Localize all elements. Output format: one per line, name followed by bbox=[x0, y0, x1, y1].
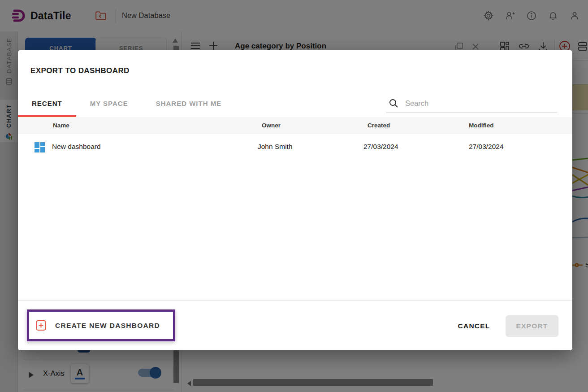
row-created: 27/03/2024 bbox=[363, 143, 398, 151]
tab-my-space[interactable]: MY SPACE bbox=[76, 91, 142, 117]
column-header-name: Name bbox=[53, 122, 69, 129]
search-box bbox=[386, 95, 557, 113]
modal-tabs: RECENT MY SPACE SHARED WITH ME bbox=[18, 91, 235, 117]
table-header: Name Owner Created Modified bbox=[18, 117, 572, 134]
search-icon bbox=[388, 98, 399, 109]
column-header-modified: Modified bbox=[469, 122, 494, 129]
column-header-owner: Owner bbox=[262, 122, 281, 129]
cancel-button[interactable]: CANCEL bbox=[446, 315, 502, 337]
search-input[interactable] bbox=[405, 97, 553, 109]
row-owner: John Smith bbox=[258, 143, 293, 151]
create-new-dashboard-label: CREATE NEW DASHBOARD bbox=[55, 322, 160, 330]
app-screen: DataTile New Database bbox=[0, 0, 588, 392]
tab-recent[interactable]: RECENT bbox=[18, 91, 76, 117]
export-button[interactable]: EXPORT bbox=[506, 315, 558, 337]
table-row[interactable]: New dashboard John Smith 27/03/2024 27/0… bbox=[18, 134, 572, 161]
create-new-dashboard-button[interactable]: CREATE NEW DASHBOARD bbox=[29, 312, 173, 339]
column-header-created: Created bbox=[368, 122, 390, 129]
add-square-icon bbox=[35, 320, 47, 331]
row-modified: 27/03/2024 bbox=[469, 143, 504, 151]
export-to-dashboard-modal: EXPORT TO DASHBOARD RECENT MY SPACE SHAR… bbox=[18, 50, 572, 350]
footer-divider bbox=[18, 300, 572, 301]
tab-shared-with-me[interactable]: SHARED WITH ME bbox=[142, 91, 236, 117]
dashboard-tile-icon bbox=[35, 142, 46, 153]
row-name: New dashboard bbox=[52, 143, 101, 151]
modal-title: EXPORT TO DASHBOARD bbox=[30, 66, 130, 75]
annotation-highlight-box: CREATE NEW DASHBOARD bbox=[27, 309, 175, 341]
